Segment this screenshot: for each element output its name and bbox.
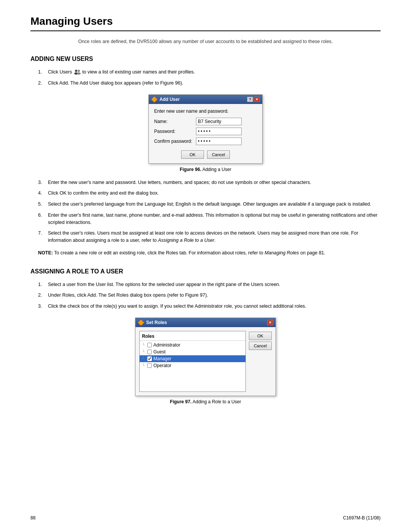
step-2-number: 2. [38,80,45,87]
step-3: 3. Enter the new user's name and passwor… [38,179,381,186]
svg-point-0 [75,70,77,72]
svg-point-2 [78,70,80,72]
ok-button[interactable]: OK [181,150,204,159]
step-5-text: Select the user's preferred language fro… [48,201,371,208]
roles-list-container: Roles └ Administrator └ Guest └ Man [139,331,246,392]
svg-point-3 [77,72,81,75]
roles-list-title: Roles [140,333,245,341]
set-roles-titlebar: 🔶 Set Roles ✕ [135,318,276,327]
set-roles-title-icon: 🔶 [138,320,144,326]
add-user-titlebar: 🔶 Add User ? ✕ [149,95,262,104]
role-connector-4: └ [142,363,146,367]
role-item-operator[interactable]: └ Operator [140,362,245,369]
role-label-operator: Operator [153,363,171,368]
add-user-dialog-container: 🔶 Add User ? ✕ Enter new user name and p… [30,94,381,164]
confirm-input[interactable] [196,137,242,145]
name-input[interactable] [196,118,242,125]
doc-number: C1697M-B (11/08) [343,515,381,521]
confirm-row: Confirm password: [154,137,257,145]
step-7: 7. Select the user's roles. Users must b… [38,230,381,244]
adding-steps-list-2: 3. Enter the new user's name and passwor… [38,179,381,244]
role-label-manager: Manager [153,356,171,361]
step-2: 2. Click Add. The Add User dialog box ap… [38,80,381,87]
role-connector-3: └ [142,356,146,361]
step-6-number: 6. [38,212,45,226]
step-1: 1. Click Users to view a list of existin… [38,69,381,76]
figure-96-caption: Figure 96. Adding a User [30,167,381,172]
note-label: NOTE: [38,250,53,256]
role-item-guest[interactable]: └ Guest [140,348,245,355]
roles-dialog-buttons: OK Cancel [249,331,272,392]
set-roles-title: Set Roles [146,320,167,325]
assign-step-3-number: 3. [38,303,45,310]
name-label: Name: [154,119,196,124]
add-user-title: Add User [159,97,180,102]
step-3-number: 3. [38,179,45,186]
password-label: Password: [154,129,196,134]
step-4-text: Click OK to confirm the entry and exit t… [48,190,159,197]
assign-step-1: 1. Select a user from the User list. The… [38,281,381,288]
password-input[interactable] [196,128,242,135]
step-4: 4. Click OK to confirm the entry and exi… [38,190,381,197]
name-row: Name: [154,118,257,125]
set-roles-dialog-container: 🔶 Set Roles ✕ Roles └ Administrator └ [30,318,381,396]
set-roles-titlebar-controls: ✕ [267,320,273,325]
figure-97-text: Adding a Role to a User [193,399,241,404]
role-checkbox-manager[interactable] [147,356,152,361]
assign-step-1-text: Select a user from the User list. The op… [48,281,280,288]
assign-step-2: 2. Under Roles, click Add. The Set Roles… [38,292,381,299]
add-user-buttons: OK Cancel [154,150,257,159]
cancel-button[interactable]: Cancel [207,150,230,159]
role-checkbox-guest[interactable] [147,350,152,354]
step-6: 6. Enter the user's first name, last nam… [38,212,381,226]
assigning-steps-list: 1. Select a user from the User list. The… [38,281,381,310]
role-checkbox-administrator[interactable] [147,343,152,347]
add-user-dialog: 🔶 Add User ? ✕ Enter new user name and p… [148,94,263,164]
set-roles-dialog: 🔶 Set Roles ✕ Roles └ Administrator └ [135,318,276,396]
dialog-title-icon: 🔶 [151,96,158,102]
set-roles-close-button[interactable]: ✕ [267,320,273,325]
role-connector-2: └ [142,350,146,354]
step-5: 5. Select the user's preferred language … [38,201,381,208]
step-4-number: 4. [38,190,45,197]
add-user-content: Enter new user name and password. Name: … [149,104,262,163]
titlebar-left: 🔶 Add User [151,96,180,102]
figure-96-bold: Figure 96. [180,167,201,172]
page-title: Managing Users [30,15,381,31]
section-heading-adding: Adding New Users [30,56,381,62]
section-heading-assigning: Assigning a Role to a User [30,268,381,275]
figure-96-text: Adding a User [202,167,231,172]
assign-step-2-number: 2. [38,292,45,299]
set-roles-content: Roles └ Administrator └ Guest └ Man [135,327,276,396]
titlebar-controls: ? ✕ [247,97,260,102]
figure-97-bold: Figure 97. [170,399,192,404]
roles-ok-button[interactable]: OK [249,332,272,340]
role-connector-1: └ [142,343,146,347]
step-2-text: Click Add. The Add User dialog box appea… [48,80,183,87]
role-label-guest: Guest [153,349,166,355]
note-box: NOTE: To create a new role or edit an ex… [38,249,381,257]
role-checkbox-operator[interactable] [147,363,152,368]
role-label-administrator: Administrator [153,342,180,348]
figure-97-caption: Figure 97. Adding a Role to a User [30,399,381,404]
assign-step-3-text: Click the check box of the role(s) you w… [48,303,306,310]
step-1-number: 1. [38,69,45,76]
step-5-number: 5. [38,201,45,208]
users-icon [73,69,81,75]
password-row: Password: [154,128,257,135]
assign-step-3: 3. Click the check box of the role(s) yo… [38,303,381,310]
step-7-text: Select the user's roles. Users must be a… [48,230,381,244]
step-7-number: 7. [38,230,45,244]
help-button[interactable]: ? [247,97,253,102]
note-text: To create a new role or edit an existing… [54,250,325,256]
assign-step-2-text: Under Roles, click Add. The Set Roles di… [48,292,208,299]
step-6-text: Enter the user's first name, last name, … [48,212,381,226]
role-item-manager[interactable]: └ Manager [140,355,245,362]
close-button[interactable]: ✕ [254,97,260,102]
confirm-label: Confirm password: [154,139,196,144]
assigning-section: Assigning a Role to a User 1. Select a u… [30,268,381,310]
roles-cancel-button[interactable]: Cancel [249,342,272,350]
add-user-subtitle: Enter new user name and password. [154,109,257,114]
role-item-administrator[interactable]: └ Administrator [140,342,245,348]
assign-step-1-number: 1. [38,281,45,288]
